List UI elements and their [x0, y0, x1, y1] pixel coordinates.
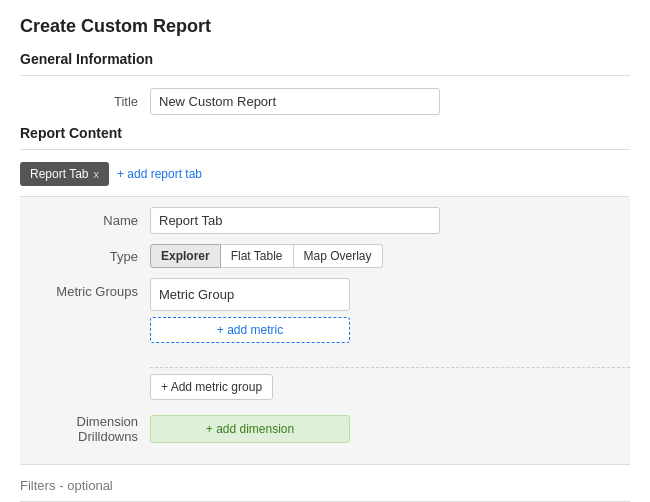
tab-close-icon[interactable]: x: [93, 168, 99, 180]
dimension-area: + add dimension: [150, 415, 350, 443]
report-content-title: Report Content: [20, 125, 630, 141]
general-section-title: General Information: [20, 51, 630, 67]
dimension-row: Dimension Drilldowns + add dimension: [20, 414, 630, 444]
report-content-section: Report Content Report Tab x + add report…: [20, 125, 630, 465]
add-metric-group-row: + Add metric group: [20, 353, 630, 408]
metric-groups-label: Metric Groups: [20, 278, 150, 299]
filters-label: Filters: [20, 478, 55, 493]
title-label: Title: [20, 94, 150, 109]
metric-group-box: Metric Group: [150, 278, 350, 311]
title-input[interactable]: [150, 88, 440, 115]
report-content-divider: [20, 149, 630, 150]
metric-groups-row: Metric Groups Metric Group + add metric: [20, 278, 630, 343]
content-area: Name Type Explorer Flat Table Map Overla…: [20, 196, 630, 465]
type-map-overlay-button[interactable]: Map Overlay: [294, 244, 383, 268]
page-container: Create Custom Report General Information…: [0, 0, 650, 502]
add-dimension-button[interactable]: + add dimension: [150, 415, 350, 443]
name-input[interactable]: [150, 207, 440, 234]
add-report-tab-link[interactable]: + add report tab: [117, 167, 202, 181]
filters-optional-label: - optional: [59, 478, 112, 493]
report-tab-label: Report Tab: [30, 167, 88, 181]
filters-section: Filters - optional + add filter ▼: [20, 477, 630, 502]
filters-title: Filters - optional: [20, 477, 630, 493]
type-row: Type Explorer Flat Table Map Overlay: [20, 244, 630, 268]
title-row: Title: [20, 88, 630, 115]
type-buttons: Explorer Flat Table Map Overlay: [150, 244, 383, 268]
report-tab-active[interactable]: Report Tab x: [20, 162, 109, 186]
name-row: Name: [20, 207, 630, 234]
page-title: Create Custom Report: [20, 16, 630, 37]
type-label: Type: [20, 249, 150, 264]
type-explorer-button[interactable]: Explorer: [150, 244, 221, 268]
name-label: Name: [20, 213, 150, 228]
type-flat-table-button[interactable]: Flat Table: [221, 244, 294, 268]
tabs-row: Report Tab x + add report tab: [20, 162, 630, 186]
add-metric-group-button[interactable]: + Add metric group: [150, 374, 273, 400]
metric-groups-area: Metric Group + add metric: [150, 278, 350, 343]
general-divider: [20, 75, 630, 76]
add-metric-button[interactable]: + add metric: [150, 317, 350, 343]
dimension-label: Dimension Drilldowns: [20, 414, 150, 444]
metric-group-separator: [150, 367, 630, 368]
